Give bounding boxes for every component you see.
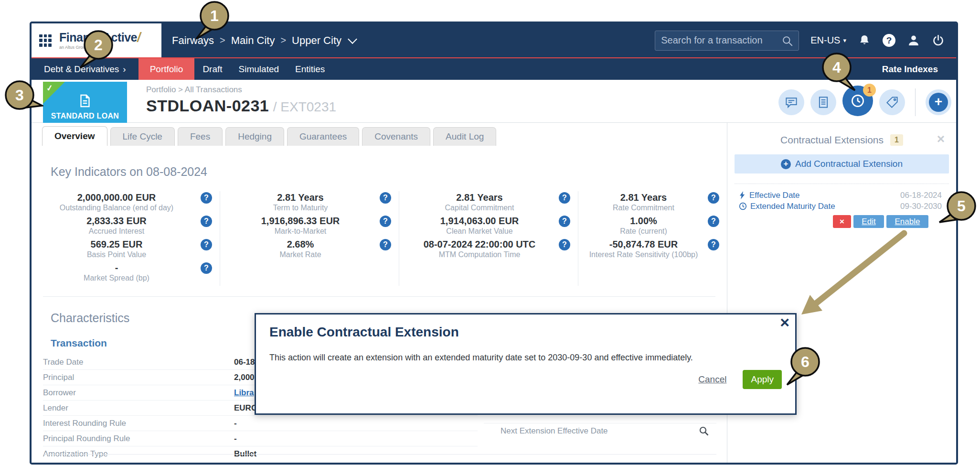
row-label: Borrower: [43, 388, 76, 398]
edit-extension-button[interactable]: Edit: [853, 215, 884, 228]
indicator-label: Market Rate: [227, 250, 374, 260]
tab-audit-log[interactable]: Audit Log: [433, 127, 496, 146]
help-icon[interactable]: ?: [380, 192, 391, 204]
effective-date-value: 06-18-2024: [900, 191, 942, 200]
table-row-next-extension-effective-date: Next Extension Effective Date: [484, 423, 716, 439]
search-input[interactable]: [655, 35, 799, 46]
transaction-breadcrumb[interactable]: Portfolio > All Transactions: [146, 85, 336, 95]
app-launcher-icon[interactable]: [39, 34, 52, 47]
plus-icon: +: [781, 159, 791, 169]
help-icon[interactable]: ?: [380, 239, 391, 250]
notification-count-badge: 1: [863, 84, 876, 97]
logout-power-icon[interactable]: [932, 34, 945, 47]
row-value: 06-18: [234, 358, 255, 367]
help-icon[interactable]: ?: [559, 192, 570, 204]
logo-text: FinanceActive: [59, 31, 137, 44]
divider: [43, 454, 716, 455]
breadcrumb-item-main-city[interactable]: Main City: [231, 34, 275, 47]
apply-button[interactable]: Apply: [743, 370, 782, 389]
add-contractual-extension-button[interactable]: + Add Contractual Extension: [735, 154, 949, 173]
nav-draft[interactable]: Draft: [194, 58, 230, 80]
help-icon[interactable]: ?: [559, 216, 570, 227]
notifications-bell-icon[interactable]: [858, 34, 871, 47]
lookup-search-icon[interactable]: [698, 425, 710, 437]
effective-date-label[interactable]: Effective Date: [749, 191, 800, 200]
extended-maturity-date-value: 09-30-2030: [900, 202, 942, 211]
indicator-label: Rate (current): [585, 227, 702, 236]
tab-guarantees[interactable]: Guarantees: [287, 127, 359, 146]
indicator-rate-commitment: 2.81 Years Rate Commitment ?: [578, 192, 727, 213]
chevron-down-icon[interactable]: [348, 34, 357, 44]
extensions-count-badge: 1: [890, 134, 903, 146]
add-extension-label: Add Contractual Extension: [795, 159, 903, 169]
indicator-accrued-interest: 2,833.33 EUR Accrued Interest ?: [32, 216, 220, 236]
nav-debt-derivatives[interactable]: Debt & Derivatives ›: [32, 58, 138, 80]
history-clock-button[interactable]: 1: [842, 86, 873, 116]
indicator-value: 1.00%: [585, 216, 702, 226]
extension-actions: × Edit Enable: [727, 215, 928, 228]
tab-covenants[interactable]: Covenants: [362, 127, 430, 146]
indicator-label: Clean Market Value: [406, 227, 553, 236]
documents-button[interactable]: [810, 89, 836, 115]
indicator-label: Capital Commitment: [406, 203, 553, 213]
nav-simulated[interactable]: Simulated: [231, 58, 288, 80]
nav-portfolio[interactable]: Portfolio: [138, 58, 195, 80]
user-profile-icon[interactable]: [907, 34, 920, 47]
lightning-bolt-icon: [739, 191, 746, 199]
delete-extension-button[interactable]: ×: [833, 215, 851, 228]
nav-rate-indexes[interactable]: Rate Indexes: [882, 58, 956, 80]
transaction-actions: 1 +: [778, 80, 956, 116]
breadcrumb-item-fairways[interactable]: Fairways: [172, 34, 214, 47]
breadcrumb-separator: >: [220, 35, 225, 46]
search-icon[interactable]: [781, 35, 794, 47]
indicator-value: -: [38, 262, 195, 273]
speech-bubble-icon: [784, 95, 799, 109]
row-label: Principal Rounding Rule: [43, 434, 130, 444]
language-selector[interactable]: EN-US ▾: [810, 35, 846, 46]
nav-entities[interactable]: Entities: [287, 58, 333, 80]
enable-extension-button[interactable]: Enable: [886, 215, 928, 228]
help-icon[interactable]: ?: [708, 192, 719, 204]
key-indicators-grid: 2,000,000.00 EUR Outstanding Balance (en…: [32, 191, 727, 286]
tab-fees[interactable]: Fees: [178, 127, 223, 146]
indicator-mtm-computation-time: 08-07-2024 22:00:00 UTC MTM Computation …: [399, 239, 578, 260]
tags-button[interactable]: [879, 89, 905, 115]
tab-overview[interactable]: Overview: [42, 126, 107, 146]
breadcrumb-item-upper-city[interactable]: Upper City: [292, 34, 341, 47]
tab-life-cycle[interactable]: Life Cycle: [110, 127, 175, 146]
transaction-type-badge[interactable]: ✓ STANDARD LOAN: [43, 82, 127, 125]
indicator-market-spread: - Market Spread (bp) ?: [32, 262, 220, 283]
transaction-type-label: STANDARD LOAN: [51, 112, 119, 120]
comments-button[interactable]: [778, 89, 804, 115]
row-value: EURO: [234, 403, 257, 413]
indicator-basis-point-value: 569.25 EUR Basis Point Value ?: [32, 239, 220, 260]
clock-icon: [850, 93, 866, 109]
indicator-market-rate: 2.68% Market Rate ?: [220, 239, 399, 260]
cancel-button[interactable]: Cancel: [698, 374, 726, 385]
key-indicators-title: Key Indicators on 08-08-2024: [51, 165, 727, 179]
help-icon[interactable]: ?: [201, 239, 212, 250]
table-row-interest-rounding: Interest Rounding Rule -: [43, 416, 478, 431]
help-icon[interactable]: ?: [201, 192, 212, 204]
help-icon[interactable]: ?: [380, 216, 391, 227]
indicator-value: 1,916,896.33 EUR: [227, 216, 374, 226]
borrower-link[interactable]: Libra: [234, 388, 254, 398]
close-icon[interactable]: ×: [937, 132, 945, 146]
language-label: EN-US: [810, 35, 840, 46]
nav-debt-derivatives-label: Debt & Derivatives: [44, 64, 119, 75]
add-transaction-button[interactable]: +: [926, 89, 951, 115]
row-value: -: [234, 419, 237, 428]
row-label: Lender: [43, 403, 68, 413]
help-icon[interactable]: ?: [708, 239, 719, 250]
callout-number: 3: [15, 87, 24, 104]
close-icon[interactable]: ×: [780, 314, 789, 331]
indicator-value: 2.81 Years: [406, 192, 553, 203]
help-icon[interactable]: ?: [559, 239, 570, 250]
help-icon[interactable]: ?: [708, 216, 719, 227]
help-icon[interactable]: ?: [201, 262, 212, 274]
tab-hedging[interactable]: Hedging: [225, 127, 284, 146]
help-icon[interactable]: ?: [883, 34, 895, 47]
help-icon[interactable]: ?: [201, 216, 212, 227]
extended-maturity-date-label[interactable]: Extended Maturity Date: [750, 202, 835, 211]
logo[interactable]: FinanceActive/ an Altus Group company: [59, 31, 141, 50]
